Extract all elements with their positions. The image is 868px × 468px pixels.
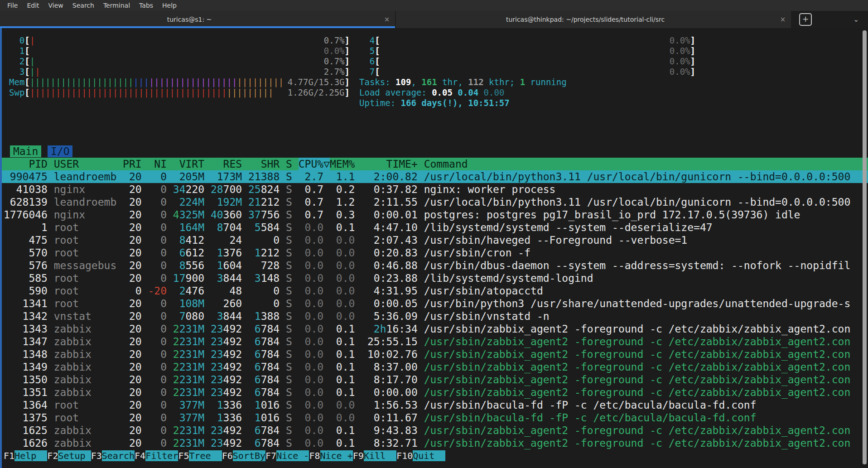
meter-bar-segment: |||||||||||||||||||| (30, 77, 134, 87)
fnkey-f8[interactable]: F8Nice + (309, 449, 352, 462)
new-tab-button[interactable]: + (799, 13, 812, 26)
process-row-1341[interactable]: 1341 root 20 0 108M 260 0 S 0.0 0.0 0:00… (2, 297, 868, 310)
cell-cpu: 0.0 (299, 310, 323, 323)
process-row-1347[interactable]: 1347 zabbix 20 0 2231M 23492 6784 S 0.0 … (2, 335, 868, 348)
fnkey-f9[interactable]: F9Kill (353, 449, 396, 462)
column-header-user[interactable]: USER (54, 158, 116, 170)
menu-item-tabs[interactable]: Tabs (135, 2, 158, 9)
tab-bar: turicas@s1: ~×turicas@thinkpad: ~/projec… (0, 11, 868, 28)
cell-res: 23492 (211, 348, 242, 361)
cell-s: S (286, 373, 292, 386)
tab-close-icon[interactable]: × (775, 15, 791, 24)
column-header-res[interactable]: RES (211, 158, 242, 170)
cell-res: 23492 (211, 361, 242, 373)
fnkey-f3[interactable]: F3Search (91, 449, 135, 462)
meter-bar-segment: ||||||||||||||||| (149, 77, 237, 87)
htop-tab-io[interactable]: I/O (48, 145, 72, 157)
cpu-meter-3: 3[||2.7%] (9, 67, 350, 77)
cell-pid: 1776046 (4, 208, 48, 221)
meter-label: 7 (359, 67, 375, 77)
fnkey-f6[interactable]: F6SortBy (222, 449, 265, 462)
process-row-1375[interactable]: 1375 root 20 0 377M 1336 1016 S 0.0 0.0 … (2, 411, 868, 424)
process-row-1348[interactable]: 1348 zabbix 20 0 2231M 23492 6784 S 0.0 … (2, 348, 868, 361)
fnkey-f1[interactable]: F1Help (4, 449, 47, 462)
process-row-1343[interactable]: 1343 zabbix 20 0 2231M 23492 6784 S 0.0 … (2, 323, 868, 335)
process-row-1[interactable]: 1 root 20 0 164M 8704 5584 S 0.0 0.1 4:4… (2, 221, 868, 234)
menu-item-terminal[interactable]: Terminal (99, 2, 135, 9)
cell-shr: 6784 (248, 323, 280, 335)
htop-tab-main[interactable]: Main (10, 145, 41, 157)
process-row-1626[interactable]: 1626 zabbix 20 0 2231M 23492 6784 S 0.0 … (2, 437, 868, 449)
cell-user: nginx (54, 208, 116, 221)
column-header-shr[interactable]: SHR (248, 158, 280, 170)
cell-pid: 1342 (4, 310, 48, 323)
cell-pid: 41038 (4, 183, 48, 196)
cell-res: 1336 (211, 399, 242, 411)
menu-item-search[interactable]: Search (68, 2, 99, 9)
meter-value: 0.0% (670, 35, 690, 46)
menu-item-view[interactable]: View (44, 2, 68, 9)
cell-virt: 8556 (173, 259, 204, 272)
cell-cmd: /usr/sbin/zabbix_agent2 -foreground -c /… (424, 335, 868, 348)
cell-user: messagebus (54, 259, 116, 272)
tab-close-icon[interactable]: × (379, 15, 395, 24)
process-row-1625[interactable]: 1625 zabbix 20 0 2231M 23492 6784 S 0.0 … (2, 424, 868, 437)
cell-user: root (54, 285, 116, 297)
process-row-1342[interactable]: 1342 vnstat 20 0 7080 3844 1388 S 0.0 0.… (2, 310, 868, 323)
process-row-570[interactable]: 570 root 20 0 6612 1376 1212 S 0.0 0.0 0… (2, 246, 868, 259)
column-header-mem[interactable]: MEM% (330, 158, 355, 170)
fnkey-f4[interactable]: F4Filter (135, 449, 178, 462)
cell-s: S (286, 196, 292, 208)
process-table: PID USER PRI NI VIRT RES SHR S CPU%▽MEM%… (2, 158, 868, 449)
uptime-info: Uptime: 166 days(!), 10:51:57 (359, 98, 695, 108)
cell-cmd: /usr/local/bin/python3.11 /usr/local/bin… (424, 170, 868, 183)
column-header-virt[interactable]: VIRT (173, 158, 204, 170)
process-row-590[interactable]: 590 root 0 -20 2476 48 0 S 0.0 0.0 4:31.… (2, 285, 868, 297)
process-row-990475[interactable]: 990475 leandroemb 20 0 205M 173M 21388 S… (2, 170, 868, 183)
cell-cpu: 0.0 (299, 234, 323, 246)
meter-value: 0.0% (324, 46, 345, 56)
cell-user: zabbix (54, 437, 116, 449)
cell-mem: 0.0 (330, 399, 355, 411)
process-row-1349[interactable]: 1349 zabbix 20 0 2231M 23492 6784 S 0.0 … (2, 361, 868, 373)
fnkey-f2[interactable]: F2Setup (47, 449, 91, 462)
process-row-1364[interactable]: 1364 root 20 0 377M 1336 1016 S 0.0 0.0 … (2, 399, 868, 411)
fnkey-f10[interactable]: F10Quit (396, 449, 445, 462)
process-row-1776046[interactable]: 1776046 nginx 20 0 4325M 40360 37756 S 0… (2, 208, 868, 221)
process-row-1351[interactable]: 1351 zabbix 20 0 2231M 23492 6784 S 0.0 … (2, 386, 868, 399)
cell-shr: 6784 (248, 373, 280, 386)
menu-item-help[interactable]: Help (158, 2, 181, 9)
menu-item-edit[interactable]: Edit (22, 2, 43, 9)
cell-pri: 20 (123, 196, 142, 208)
terminal-tab-2[interactable]: turicas@thinkpad: ~/projects/slides/tuto… (396, 11, 791, 28)
process-row-1350[interactable]: 1350 zabbix 20 0 2231M 23492 6784 S 0.0 … (2, 373, 868, 386)
column-header-s[interactable]: S (286, 158, 292, 170)
column-header-pri[interactable]: PRI (123, 158, 142, 170)
meter-bar-segment: | (30, 67, 35, 77)
cell-mem: 0.1 (330, 386, 355, 399)
cell-res: 8704 (211, 221, 242, 234)
column-header-cpu[interactable]: CPU% (299, 158, 323, 170)
cell-res: 1604 (211, 259, 242, 272)
fnkey-f5[interactable]: F5Tree (178, 449, 222, 462)
column-header-cmd[interactable]: Command (424, 158, 868, 170)
terminal-tab-1[interactable]: turicas@s1: ~× (0, 11, 395, 28)
cell-cmd: /usr/sbin/zabbix_agent2 -foreground -c /… (424, 386, 868, 399)
cell-cmd: /usr/sbin/haveged --Foreground --verbose… (424, 234, 868, 246)
process-row-41038[interactable]: 41038 nginx 20 0 34220 28700 25824 S 0.7… (2, 183, 868, 196)
column-header-ni[interactable]: NI (148, 158, 167, 170)
cell-time: 9:43.83 (361, 424, 418, 437)
fnkey-f7[interactable]: F7Nice - (265, 449, 309, 462)
process-row-576[interactable]: 576 messagebus 20 0 8556 1604 728 S 0.0 … (2, 259, 868, 272)
cell-cpu: 0.0 (299, 386, 323, 399)
process-row-628139[interactable]: 628139 leandroemb 20 0 224M 192M 21212 S… (2, 196, 868, 208)
scrollbar-thumb[interactable] (863, 30, 867, 464)
column-header-time[interactable]: TIME+ (361, 158, 418, 170)
cell-res: 192M (211, 196, 242, 208)
menu-item-file[interactable]: File (3, 2, 22, 9)
fnkey-number: F8 (309, 450, 320, 461)
process-row-585[interactable]: 585 root 20 0 17900 3844 3148 S 0.0 0.0 … (2, 272, 868, 285)
column-header-pid[interactable]: PID (4, 158, 48, 170)
process-row-475[interactable]: 475 root 20 0 8412 24 0 S 0.0 0.0 2:07.4… (2, 234, 868, 246)
chevron-down-icon[interactable]: ⌄ (853, 15, 859, 24)
